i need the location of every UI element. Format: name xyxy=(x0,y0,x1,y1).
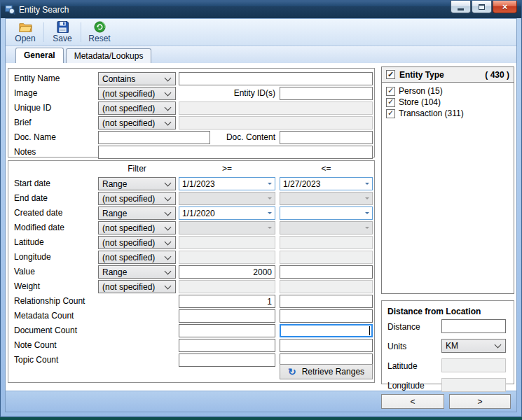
chevron-down-icon xyxy=(165,267,172,274)
notes-input[interactable] xyxy=(98,146,373,159)
entity-type-item-transaction-311[interactable]: ✓Transaction (311) xyxy=(382,108,514,119)
general-tab-panel: Entity Name Contains Image (not specifie… xyxy=(6,63,516,391)
filter-row-created-date: Created dateRange1/1/2020 xyxy=(8,206,374,220)
modified-date-filter-select[interactable]: (not specified) xyxy=(98,221,176,234)
latitude-from-input xyxy=(179,236,275,249)
distance-longitude-label: Longitude xyxy=(387,381,425,391)
longitude-filter-select[interactable]: (not specified) xyxy=(98,251,176,264)
open-folder-icon xyxy=(19,21,32,33)
value-to-input[interactable] xyxy=(280,265,373,279)
created-date-to-date-picker[interactable] xyxy=(280,206,373,220)
weight-label: Weight xyxy=(14,281,40,291)
value-from-input[interactable] xyxy=(179,265,275,279)
combo-value: KM xyxy=(446,341,495,351)
note-count-to-input[interactable] xyxy=(280,339,373,352)
combo-value: (not specified) xyxy=(102,253,165,262)
entity-name-label: Entity Name xyxy=(14,74,60,83)
doc-name-input[interactable] xyxy=(98,131,210,144)
tab-general[interactable]: General xyxy=(15,48,64,63)
checkbox[interactable]: ✓ xyxy=(386,98,395,107)
entity-type-select-all-checkbox[interactable]: ✓ xyxy=(386,70,395,79)
metadata-count-from-input[interactable] xyxy=(179,309,275,323)
date-value: 1/1/2020 xyxy=(179,209,264,218)
entity-type-item-store-104[interactable]: ✓Store (104) xyxy=(382,97,514,108)
distance-panel-title: Distance from Location xyxy=(382,301,514,316)
note-count-label: Note Count xyxy=(14,340,57,350)
start-date-from-date-picker[interactable]: 1/1/2023 xyxy=(179,177,275,190)
checkbox[interactable]: ✓ xyxy=(386,87,395,96)
brief-operator-select[interactable]: (not specified) xyxy=(98,116,176,130)
reset-button-label: Reset xyxy=(88,34,110,43)
reset-button[interactable]: Reset xyxy=(83,19,116,46)
dropdown-arrow-icon xyxy=(264,192,275,204)
retrieve-ranges-button[interactable]: ↻ Retrieve Ranges xyxy=(280,364,373,379)
minimize-icon xyxy=(458,8,464,10)
combo-value: (not specified) xyxy=(102,223,165,233)
save-button[interactable]: Save xyxy=(46,19,79,46)
filter-row-note-count: Note Count xyxy=(8,338,374,353)
relationship-count-to-input[interactable] xyxy=(280,295,373,308)
distance-input[interactable] xyxy=(441,319,506,333)
unique-id-operator-select[interactable]: (not specified) xyxy=(98,102,176,115)
image-operator-select[interactable]: (not specified) xyxy=(98,87,176,100)
topic-count-from-input[interactable] xyxy=(179,354,275,367)
close-button[interactable]: × xyxy=(493,1,517,13)
open-button[interactable]: Open xyxy=(8,19,42,46)
distance-label: Distance xyxy=(387,322,420,332)
entity-ids-input[interactable] xyxy=(280,87,373,100)
entity-type-item-person-15[interactable]: ✓Person (15) xyxy=(382,85,514,97)
filter-row-metadata-count: Metadata Count xyxy=(8,309,374,323)
dropdown-arrow-icon xyxy=(362,192,372,204)
date-value: 1/27/2023 xyxy=(280,179,362,189)
latitude-filter-select[interactable]: (not specified) xyxy=(98,236,176,249)
previous-button[interactable]: < xyxy=(381,394,444,409)
start-date-to-date-picker[interactable]: 1/27/2023 xyxy=(280,177,373,190)
relationship-count-from-input[interactable] xyxy=(179,295,275,308)
weight-filter-select[interactable]: (not specified) xyxy=(98,280,176,293)
created-date-filter-select[interactable]: Range xyxy=(98,206,176,220)
filter-row-start-date: Start dateRange1/1/20231/27/2023 xyxy=(8,176,374,191)
metadata-count-to-input[interactable] xyxy=(280,309,373,323)
combo-value: (not specified) xyxy=(102,104,165,113)
value-filter-select[interactable]: Range xyxy=(98,265,176,279)
tab-metadata-lookups[interactable]: Metadata/Lookups xyxy=(66,48,152,63)
doc-content-input[interactable] xyxy=(280,131,373,144)
created-date-from-date-picker[interactable]: 1/1/2020 xyxy=(179,206,275,220)
retrieve-ranges-label: Retrieve Ranges xyxy=(302,367,364,377)
doc-content-label: Doc. Content xyxy=(226,132,275,142)
entity-criteria-group: Entity Name Contains Image (not specifie… xyxy=(8,68,375,158)
document-count-from-input[interactable] xyxy=(179,324,275,337)
entity-name-operator-select[interactable]: Contains xyxy=(98,72,176,85)
combo-value: Range xyxy=(102,267,165,277)
chevron-down-icon xyxy=(165,223,172,230)
latitude-to-input xyxy=(280,236,373,249)
reset-icon xyxy=(93,21,107,33)
next-button[interactable]: > xyxy=(449,394,511,409)
maximize-icon xyxy=(479,4,485,10)
latitude-label: Latitude xyxy=(14,237,44,247)
chevron-down-icon xyxy=(165,238,172,245)
start-date-filter-select[interactable]: Range xyxy=(98,177,176,190)
entity-name-input[interactable] xyxy=(179,72,373,85)
chevron-down-icon xyxy=(165,253,172,260)
minimize-button[interactable] xyxy=(451,1,471,13)
unique-id-label: Unique ID xyxy=(14,103,51,113)
entity-type-item-label: Transaction (311) xyxy=(399,108,464,118)
range-filters-group: Filter >= <= Start dateRange1/1/20231/27… xyxy=(8,160,375,383)
entity-type-header[interactable]: ✓ Entity Type ( 430 ) xyxy=(382,67,514,83)
document-count-to-input[interactable] xyxy=(280,324,373,337)
window-title: Entity Search xyxy=(19,5,69,15)
note-count-from-input[interactable] xyxy=(179,339,275,352)
end-date-filter-select[interactable]: (not specified) xyxy=(98,192,176,205)
chevron-down-icon xyxy=(165,118,172,125)
combo-value: Range xyxy=(102,209,165,218)
longitude-to-input xyxy=(280,251,373,264)
end-date-from-date-picker xyxy=(179,192,275,205)
date-value: 1/1/2023 xyxy=(179,179,264,189)
window-controls: × xyxy=(451,1,517,13)
check-icon: ✓ xyxy=(387,98,394,106)
units-select[interactable]: KM xyxy=(441,339,506,353)
checkbox[interactable]: ✓ xyxy=(386,109,395,118)
save-floppy-icon xyxy=(56,21,69,33)
maximize-button[interactable] xyxy=(472,1,492,13)
